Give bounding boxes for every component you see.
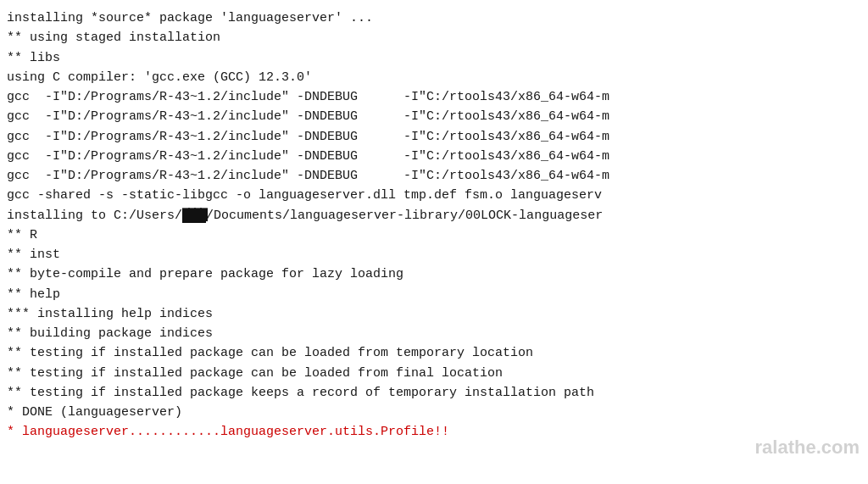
terminal-window: installing *source* package 'languageser… <box>0 0 868 484</box>
terminal-output: installing *source* package 'languageser… <box>7 8 861 442</box>
